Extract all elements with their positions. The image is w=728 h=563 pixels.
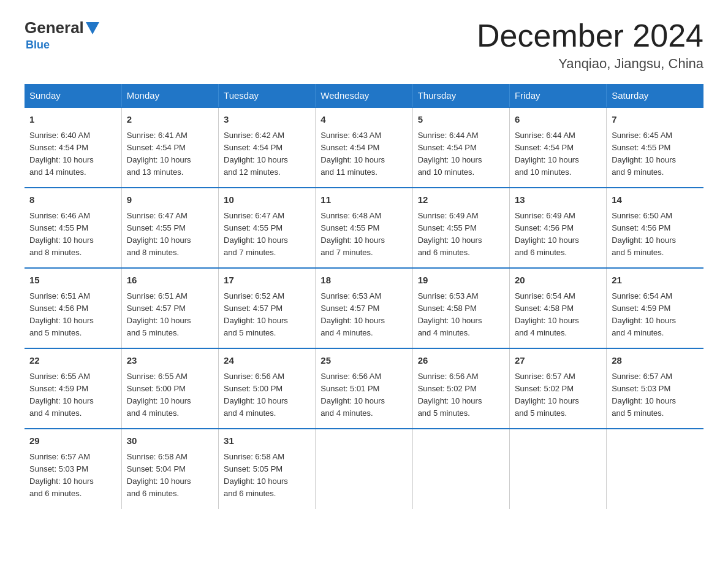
day-number: 18 — [320, 274, 407, 288]
calendar-cell: 15 Sunrise: 6:51 AM Sunset: 4:56 PM Dayl… — [25, 268, 121, 348]
day-info: Sunrise: 6:54 AM Sunset: 4:58 PM Dayligh… — [515, 290, 601, 340]
day-number: 15 — [29, 274, 116, 288]
calendar-cell: 2 Sunrise: 6:41 AM Sunset: 4:54 PM Dayli… — [121, 107, 218, 188]
week-row-5: 29 Sunrise: 6:57 AM Sunset: 5:03 PM Dayl… — [25, 429, 703, 508]
month-title: December 2024 — [477, 18, 703, 53]
day-number: 2 — [127, 113, 213, 127]
calendar-cell: 3 Sunrise: 6:42 AM Sunset: 4:54 PM Dayli… — [219, 107, 316, 188]
calendar-cell: 19 Sunrise: 6:53 AM Sunset: 4:58 PM Dayl… — [412, 268, 509, 348]
day-number: 13 — [515, 193, 601, 207]
logo-general-text: General — [25, 18, 84, 37]
calendar-cell — [607, 429, 703, 508]
day-number: 5 — [418, 113, 504, 127]
calendar-cell: 6 Sunrise: 6:44 AM Sunset: 4:54 PM Dayli… — [509, 107, 606, 188]
calendar-cell: 18 Sunrise: 6:53 AM Sunset: 4:57 PM Dayl… — [316, 268, 412, 348]
calendar-cell: 31 Sunrise: 6:58 AM Sunset: 5:05 PM Dayl… — [219, 429, 316, 508]
day-info: Sunrise: 6:57 AM Sunset: 5:03 PM Dayligh… — [612, 370, 699, 420]
day-info: Sunrise: 6:52 AM Sunset: 4:57 PM Dayligh… — [224, 290, 310, 340]
calendar-cell: 9 Sunrise: 6:47 AM Sunset: 4:55 PM Dayli… — [121, 188, 218, 268]
day-info: Sunrise: 6:53 AM Sunset: 4:58 PM Dayligh… — [418, 290, 504, 340]
day-info: Sunrise: 6:47 AM Sunset: 4:55 PM Dayligh… — [224, 210, 310, 259]
week-row-4: 22 Sunrise: 6:55 AM Sunset: 4:59 PM Dayl… — [25, 348, 703, 429]
calendar-cell — [316, 429, 412, 508]
logo-blue-text: Blue — [26, 39, 50, 52]
day-info: Sunrise: 6:41 AM Sunset: 4:54 PM Dayligh… — [127, 129, 213, 179]
day-number: 1 — [29, 113, 116, 127]
day-number: 4 — [320, 113, 407, 127]
day-info: Sunrise: 6:53 AM Sunset: 4:57 PM Dayligh… — [320, 290, 407, 340]
day-info: Sunrise: 6:55 AM Sunset: 4:59 PM Dayligh… — [29, 370, 116, 420]
day-number: 26 — [418, 354, 504, 368]
day-info: Sunrise: 6:44 AM Sunset: 4:54 PM Dayligh… — [418, 129, 504, 179]
calendar-cell — [509, 429, 606, 508]
day-info: Sunrise: 6:48 AM Sunset: 4:55 PM Dayligh… — [320, 210, 407, 259]
day-number: 16 — [127, 274, 213, 288]
calendar-cell: 12 Sunrise: 6:49 AM Sunset: 4:55 PM Dayl… — [412, 188, 509, 268]
calendar-cell: 5 Sunrise: 6:44 AM Sunset: 4:54 PM Dayli… — [412, 107, 509, 188]
calendar-table: SundayMondayTuesdayWednesdayThursdayFrid… — [25, 84, 703, 508]
day-number: 3 — [224, 113, 310, 127]
calendar-cell: 24 Sunrise: 6:56 AM Sunset: 5:00 PM Dayl… — [219, 348, 316, 429]
day-number: 12 — [418, 193, 504, 207]
day-info: Sunrise: 6:49 AM Sunset: 4:55 PM Dayligh… — [418, 210, 504, 259]
calendar-cell: 4 Sunrise: 6:43 AM Sunset: 4:54 PM Dayli… — [316, 107, 412, 188]
calendar-cell — [412, 429, 509, 508]
calendar-cell: 29 Sunrise: 6:57 AM Sunset: 5:03 PM Dayl… — [25, 429, 121, 508]
day-number: 11 — [320, 193, 407, 207]
page-header: General Blue December 2024 Yanqiao, Jian… — [25, 18, 703, 72]
day-info: Sunrise: 6:49 AM Sunset: 4:56 PM Dayligh… — [515, 210, 601, 259]
calendar-cell: 30 Sunrise: 6:58 AM Sunset: 5:04 PM Dayl… — [121, 429, 218, 508]
weekday-header-wednesday: Wednesday — [316, 84, 412, 107]
day-number: 19 — [418, 274, 504, 288]
day-number: 22 — [29, 354, 116, 368]
week-row-2: 8 Sunrise: 6:46 AM Sunset: 4:55 PM Dayli… — [25, 188, 703, 268]
calendar-cell: 23 Sunrise: 6:55 AM Sunset: 5:00 PM Dayl… — [121, 348, 218, 429]
calendar-cell: 13 Sunrise: 6:49 AM Sunset: 4:56 PM Dayl… — [509, 188, 606, 268]
day-number: 23 — [127, 354, 213, 368]
day-number: 8 — [29, 193, 116, 207]
day-number: 14 — [612, 193, 699, 207]
logo-triangle-icon — [86, 22, 99, 34]
day-info: Sunrise: 6:51 AM Sunset: 4:56 PM Dayligh… — [29, 290, 116, 340]
calendar-cell: 17 Sunrise: 6:52 AM Sunset: 4:57 PM Dayl… — [219, 268, 316, 348]
day-info: Sunrise: 6:54 AM Sunset: 4:59 PM Dayligh… — [612, 290, 699, 340]
calendar-cell: 21 Sunrise: 6:54 AM Sunset: 4:59 PM Dayl… — [607, 268, 703, 348]
day-number: 20 — [515, 274, 601, 288]
day-info: Sunrise: 6:51 AM Sunset: 4:57 PM Dayligh… — [127, 290, 213, 340]
calendar-cell: 27 Sunrise: 6:57 AM Sunset: 5:02 PM Dayl… — [509, 348, 606, 429]
weekday-header-tuesday: Tuesday — [219, 84, 316, 107]
day-info: Sunrise: 6:56 AM Sunset: 5:00 PM Dayligh… — [224, 370, 310, 420]
day-info: Sunrise: 6:44 AM Sunset: 4:54 PM Dayligh… — [515, 129, 601, 179]
calendar-cell: 7 Sunrise: 6:45 AM Sunset: 4:55 PM Dayli… — [607, 107, 703, 188]
day-number: 29 — [29, 434, 116, 448]
day-info: Sunrise: 6:42 AM Sunset: 4:54 PM Dayligh… — [224, 129, 310, 179]
calendar-cell: 26 Sunrise: 6:56 AM Sunset: 5:02 PM Dayl… — [412, 348, 509, 429]
day-info: Sunrise: 6:58 AM Sunset: 5:05 PM Dayligh… — [224, 451, 310, 500]
day-info: Sunrise: 6:57 AM Sunset: 5:03 PM Dayligh… — [29, 451, 116, 500]
day-info: Sunrise: 6:55 AM Sunset: 5:00 PM Dayligh… — [127, 370, 213, 420]
calendar-cell: 25 Sunrise: 6:56 AM Sunset: 5:01 PM Dayl… — [316, 348, 412, 429]
calendar-cell: 16 Sunrise: 6:51 AM Sunset: 4:57 PM Dayl… — [121, 268, 218, 348]
day-number: 27 — [515, 354, 601, 368]
weekday-header-row: SundayMondayTuesdayWednesdayThursdayFrid… — [25, 84, 703, 107]
day-number: 21 — [612, 274, 699, 288]
day-number: 10 — [224, 193, 310, 207]
day-number: 6 — [515, 113, 601, 127]
calendar-cell: 8 Sunrise: 6:46 AM Sunset: 4:55 PM Dayli… — [25, 188, 121, 268]
day-info: Sunrise: 6:57 AM Sunset: 5:02 PM Dayligh… — [515, 370, 601, 420]
calendar-cell: 1 Sunrise: 6:40 AM Sunset: 4:54 PM Dayli… — [25, 107, 121, 188]
day-number: 28 — [612, 354, 699, 368]
day-info: Sunrise: 6:46 AM Sunset: 4:55 PM Dayligh… — [29, 210, 116, 259]
day-info: Sunrise: 6:50 AM Sunset: 4:56 PM Dayligh… — [612, 210, 699, 259]
day-info: Sunrise: 6:58 AM Sunset: 5:04 PM Dayligh… — [127, 451, 213, 500]
title-block: December 2024 Yanqiao, Jiangsu, China — [477, 18, 703, 72]
calendar-cell: 14 Sunrise: 6:50 AM Sunset: 4:56 PM Dayl… — [607, 188, 703, 268]
weekday-header-thursday: Thursday — [412, 84, 509, 107]
weekday-header-friday: Friday — [509, 84, 606, 107]
day-number: 17 — [224, 274, 310, 288]
day-number: 31 — [224, 434, 310, 448]
weekday-header-sunday: Sunday — [25, 84, 121, 107]
day-info: Sunrise: 6:56 AM Sunset: 5:02 PM Dayligh… — [418, 370, 504, 420]
week-row-3: 15 Sunrise: 6:51 AM Sunset: 4:56 PM Dayl… — [25, 268, 703, 348]
day-info: Sunrise: 6:40 AM Sunset: 4:54 PM Dayligh… — [29, 129, 116, 179]
